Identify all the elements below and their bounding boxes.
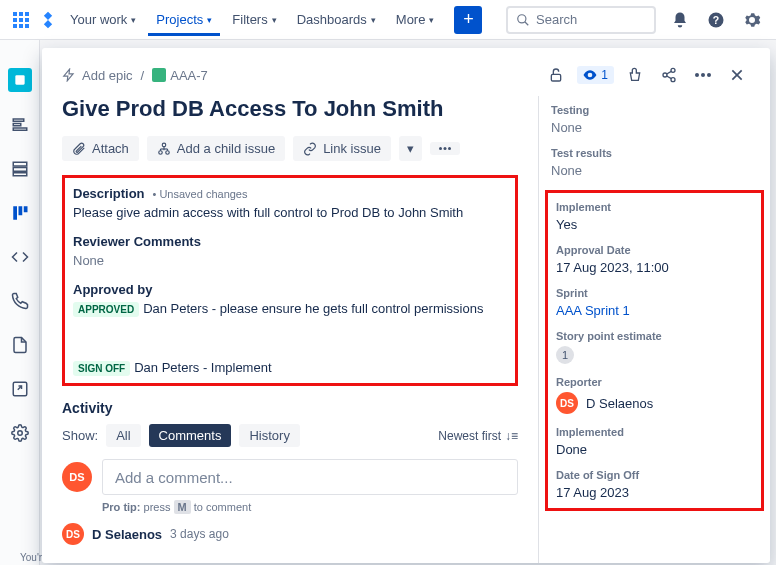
implemented-value[interactable]: Done — [556, 442, 753, 457]
svg-point-44 — [439, 147, 442, 150]
svg-point-32 — [695, 73, 699, 77]
settings-icon[interactable] — [740, 8, 764, 32]
svg-line-30 — [667, 71, 672, 74]
issue-main: Give Prod DB Access To John Smith Attach… — [42, 96, 538, 563]
date-signoff-value[interactable]: 17 Aug 2023 — [556, 485, 753, 500]
svg-point-34 — [707, 73, 711, 77]
unsaved-indicator: • Unsaved changes — [153, 188, 248, 200]
app-switcher-icon[interactable] — [12, 11, 30, 29]
search-input[interactable]: Search — [506, 6, 656, 34]
tab-history[interactable]: History — [239, 424, 299, 447]
nav-dashboards[interactable]: Dashboards▾ — [289, 6, 384, 33]
side-highlight-box: ImplementYes Approval Date17 Aug 2023, 1… — [545, 190, 764, 511]
tab-comments[interactable]: Comments — [149, 424, 232, 447]
sprint-value[interactable]: AAA Sprint 1 — [556, 303, 753, 318]
sidebar-settings-icon[interactable] — [9, 422, 31, 444]
svg-rect-26 — [552, 74, 561, 81]
past-comment[interactable]: DS D Selaenos 3 days ago — [62, 523, 518, 545]
comment-input[interactable]: Add a comment... — [102, 459, 518, 495]
svg-text:?: ? — [713, 13, 719, 25]
close-icon[interactable] — [724, 62, 750, 88]
reviewer-text[interactable]: None — [73, 253, 507, 268]
create-button[interactable]: + — [454, 6, 482, 34]
description-text[interactable]: Please give admin access with full contr… — [73, 205, 507, 220]
svg-rect-2 — [25, 12, 29, 16]
watch-button[interactable]: 1 — [577, 66, 614, 84]
modal-header: Add epic / AAA-7 1 — [42, 48, 770, 96]
reviewer-label: Reviewer Comments — [73, 234, 507, 249]
add-epic-button[interactable]: Add epic — [62, 68, 133, 83]
implement-value[interactable]: Yes — [556, 217, 753, 232]
protip: Pro tip: press M to comment — [102, 501, 518, 513]
issue-key-link[interactable]: AAA-7 — [152, 68, 208, 83]
more-actions-button[interactable] — [430, 142, 460, 155]
issue-type-icon — [152, 68, 166, 82]
user-avatar: DS — [62, 462, 92, 492]
jira-logo-icon[interactable] — [38, 10, 58, 30]
issue-title[interactable]: Give Prod DB Access To John Smith — [62, 96, 518, 122]
help-icon[interactable]: ? — [704, 8, 728, 32]
nav-your-work[interactable]: Your work▾ — [62, 6, 144, 33]
approved-text[interactable]: APPROVEDDan Peters - please ensure he ge… — [73, 301, 507, 316]
test-results-value[interactable]: None — [551, 163, 758, 178]
reporter-value[interactable]: DS D Selaenos — [556, 392, 753, 414]
sort-icon: ↓≡ — [505, 429, 518, 443]
share-icon[interactable] — [656, 62, 682, 88]
nav-projects[interactable]: Projects▾ — [148, 3, 220, 36]
sidebar-pages-icon[interactable] — [9, 334, 31, 356]
testing-label: Testing — [551, 104, 758, 116]
approval-date-value[interactable]: 17 Aug 2023, 11:00 — [556, 260, 753, 275]
approval-date-label: Approval Date — [556, 244, 753, 256]
nav-filters[interactable]: Filters▾ — [224, 6, 284, 33]
tab-all[interactable]: All — [106, 424, 140, 447]
svg-rect-7 — [19, 24, 23, 28]
svg-rect-23 — [13, 382, 27, 396]
issue-details-panel: TestingNone Test resultsNone ImplementYe… — [538, 96, 770, 563]
sidebar-backlog-icon[interactable] — [9, 158, 31, 180]
story-points-label: Story point estimate — [556, 330, 753, 342]
testing-value[interactable]: None — [551, 120, 758, 135]
attach-icon — [72, 142, 86, 156]
sidebar-board-icon[interactable] — [9, 202, 31, 224]
link-dropdown-button[interactable]: ▾ — [399, 136, 422, 161]
story-points-value[interactable]: 1 — [556, 346, 574, 364]
attach-button[interactable]: Attach — [62, 136, 139, 161]
signoff-badge: SIGN OFF — [73, 361, 130, 376]
sidebar-shortcut-icon[interactable] — [9, 378, 31, 400]
svg-rect-1 — [19, 12, 23, 16]
notifications-icon[interactable] — [668, 8, 692, 32]
sidebar-roadmap-icon[interactable] — [9, 114, 31, 136]
svg-rect-21 — [18, 206, 22, 215]
more-icon[interactable] — [690, 62, 716, 88]
svg-point-45 — [443, 147, 446, 150]
activity-label: Activity — [62, 400, 518, 416]
svg-rect-13 — [15, 75, 24, 84]
epic-icon — [62, 68, 76, 82]
svg-point-37 — [162, 143, 166, 147]
svg-point-46 — [448, 147, 451, 150]
commenter-name: D Selaenos — [92, 527, 162, 542]
svg-rect-14 — [13, 119, 24, 121]
link-button[interactable]: Link issue — [293, 136, 391, 161]
sidebar-oncall-icon[interactable] — [9, 290, 31, 312]
commenter-avatar: DS — [62, 523, 84, 545]
top-nav: Your work▾ Projects▾ Filters▾ Dashboards… — [0, 0, 776, 40]
svg-point-40 — [166, 150, 170, 154]
chevron-down-icon: ▾ — [407, 141, 414, 156]
vote-icon[interactable] — [622, 62, 648, 88]
child-icon — [157, 142, 171, 156]
svg-point-25 — [17, 431, 22, 436]
signoff-text[interactable]: SIGN OFFDan Peters - Implement — [73, 360, 507, 375]
svg-point-39 — [159, 150, 163, 154]
approved-label: Approved by — [73, 282, 507, 297]
project-avatar[interactable] — [8, 68, 32, 92]
svg-rect-3 — [13, 18, 17, 22]
lock-icon[interactable] — [543, 62, 569, 88]
issue-modal: Add epic / AAA-7 1 Give Prod DB Access T… — [42, 48, 770, 563]
nav-more[interactable]: More▾ — [388, 6, 443, 33]
link-icon — [303, 142, 317, 156]
add-child-button[interactable]: Add a child issue — [147, 136, 285, 161]
sort-button[interactable]: Newest first↓≡ — [438, 429, 518, 443]
sidebar-code-icon[interactable] — [9, 246, 31, 268]
comment-row: DS Add a comment... — [62, 459, 518, 495]
